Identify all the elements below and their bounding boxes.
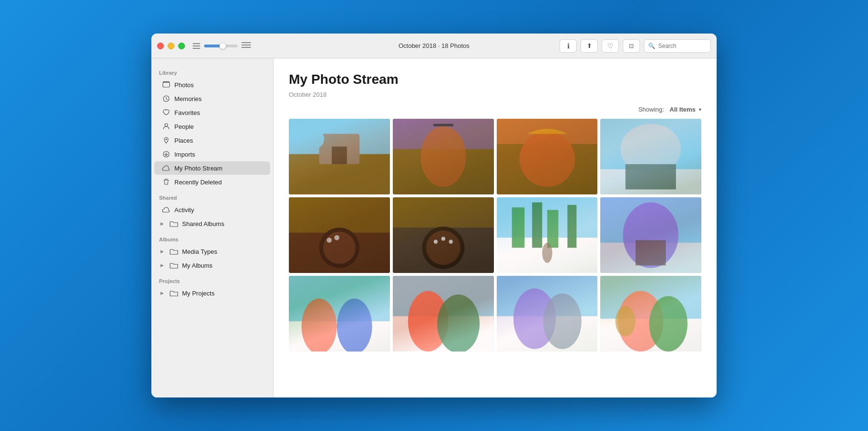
svg-rect-46 — [289, 276, 390, 352]
svg-point-61 — [649, 296, 687, 352]
photo-item[interactable] — [289, 276, 390, 352]
sidebar-item-recently-deleted[interactable]: Recently Deleted — [154, 175, 270, 189]
shared-section-label: Shared — [151, 189, 273, 203]
svg-rect-7 — [289, 154, 390, 194]
photo-item[interactable] — [497, 119, 598, 194]
expand-arrow-media-icon: ▶ — [159, 249, 165, 254]
sidebar-item-my-photo-stream[interactable]: My Photo Stream — [154, 161, 270, 175]
sidebar-item-activity[interactable]: Activity — [154, 203, 270, 216]
showing-dropdown[interactable]: Showing: All Items ▾ — [639, 106, 701, 113]
date-section-label: October 2018 — [289, 91, 701, 98]
imports-label: Imports — [174, 151, 195, 158]
svg-rect-38 — [532, 203, 542, 248]
photo-5-content — [289, 197, 390, 273]
photos-icon — [162, 80, 171, 89]
slideshow-icon: ⊡ — [629, 43, 634, 49]
svg-point-53 — [437, 295, 480, 352]
sidebar-item-places[interactable]: Places — [154, 134, 270, 147]
close-button[interactable] — [157, 43, 164, 49]
svg-rect-9 — [332, 147, 347, 164]
svg-point-60 — [618, 291, 663, 352]
showing-label: Showing: — [639, 106, 664, 113]
sidebar-item-my-projects[interactable]: ▶ My Projects — [154, 286, 270, 300]
svg-point-44 — [623, 203, 679, 268]
svg-point-32 — [434, 240, 437, 244]
photo-item[interactable] — [600, 197, 701, 273]
svg-rect-55 — [497, 316, 598, 352]
photo-12-content — [600, 276, 701, 352]
svg-rect-36 — [497, 238, 598, 273]
photo-item[interactable] — [289, 197, 390, 273]
expand-arrow-albums-icon: ▶ — [159, 262, 165, 268]
svg-point-49 — [337, 299, 372, 352]
projects-section-label: Projects — [151, 272, 273, 286]
recently-deleted-label: Recently Deleted — [174, 179, 222, 186]
expand-arrow-icon: ▶ — [159, 221, 165, 227]
favorites-icon — [162, 108, 171, 117]
photo-item[interactable] — [497, 276, 598, 352]
photo-item[interactable] — [600, 276, 701, 352]
favorite-button[interactable]: ♡ — [602, 39, 619, 53]
search-box[interactable]: 🔍 — [644, 39, 711, 53]
photo-3-content — [497, 119, 598, 194]
sidebar-item-media-types[interactable]: ▶ Media Types — [154, 245, 270, 258]
share-button[interactable]: ⬆ — [581, 39, 598, 53]
my-albums-folder-icon — [170, 261, 178, 270]
photo-item[interactable] — [393, 276, 494, 352]
people-label: People — [174, 123, 194, 130]
photo-2-content — [393, 119, 494, 194]
photo-item[interactable] — [393, 197, 494, 273]
sidebar-item-imports[interactable]: Imports — [154, 147, 270, 161]
photo-item[interactable] — [497, 197, 598, 273]
albums-section-label: Albums — [151, 231, 273, 244]
photo-item[interactable] — [600, 119, 701, 194]
slideshow-button[interactable]: ⊡ — [623, 39, 640, 53]
photo-6-content — [393, 197, 494, 273]
info-button[interactable]: ℹ — [560, 39, 577, 53]
svg-rect-47 — [289, 321, 390, 352]
sidebar-item-photos[interactable]: Photos — [154, 78, 270, 91]
svg-point-24 — [319, 227, 359, 268]
zoom-slider-area[interactable] — [193, 42, 251, 50]
svg-rect-28 — [393, 197, 494, 273]
window-title: October 2018 · 18 Photos — [399, 42, 469, 49]
svg-rect-51 — [393, 316, 494, 352]
chevron-down-icon: ▾ — [699, 107, 701, 112]
photo-4-content — [600, 119, 701, 194]
minimize-button[interactable] — [168, 43, 174, 49]
activity-label: Activity — [174, 206, 194, 214]
sidebar-item-people[interactable]: People — [154, 120, 270, 133]
traffic-lights — [157, 43, 185, 49]
svg-rect-59 — [600, 319, 701, 352]
zoom-in-icon — [241, 42, 251, 50]
svg-point-41 — [542, 243, 552, 263]
titlebar-actions: ℹ ⬆ ♡ ⊡ 🔍 — [560, 39, 711, 53]
sidebar-item-memories[interactable]: Memories — [154, 92, 270, 105]
photo-9-content — [289, 276, 390, 352]
sidebar-item-my-albums[interactable]: ▶ My Albums — [154, 259, 270, 272]
sidebar-item-favorites[interactable]: Favorites — [154, 106, 270, 119]
sidebar-item-shared-albums[interactable]: ▶ Shared Albums — [154, 217, 270, 230]
svg-point-57 — [543, 294, 581, 349]
photo-item[interactable] — [289, 119, 390, 194]
zoom-slider[interactable] — [204, 45, 238, 47]
my-albums-label: My Albums — [182, 262, 213, 269]
svg-point-10 — [304, 129, 324, 149]
svg-rect-21 — [626, 164, 676, 190]
svg-rect-6 — [289, 119, 390, 194]
fullscreen-button[interactable] — [178, 43, 185, 49]
svg-point-20 — [620, 124, 681, 174]
app-window: October 2018 · 18 Photos ℹ ⬆ ♡ ⊡ 🔍 Libra… — [151, 34, 717, 397]
content-header: My Photo Stream October 2018 — [274, 58, 717, 106]
svg-rect-54 — [497, 276, 598, 352]
svg-point-26 — [327, 238, 332, 243]
search-input[interactable] — [658, 43, 707, 49]
library-section-label: Library — [151, 64, 273, 78]
cloud-icon — [162, 164, 171, 172]
svg-rect-42 — [600, 197, 701, 273]
my-projects-label: My Projects — [182, 290, 215, 297]
sidebar: Library Photos Memories — [151, 58, 274, 397]
svg-point-62 — [616, 306, 636, 336]
photo-item[interactable] — [393, 119, 494, 194]
trash-icon — [162, 178, 171, 186]
